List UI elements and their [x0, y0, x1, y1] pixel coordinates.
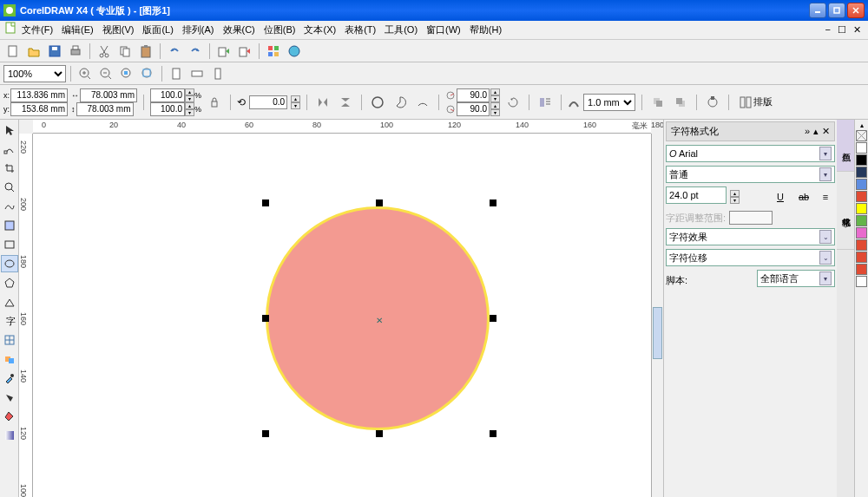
menu-table[interactable]: 表格(T): [341, 22, 379, 38]
strikethrough-icon[interactable]: ab: [793, 187, 812, 206]
arc-mode-button[interactable]: [413, 93, 432, 112]
menu-help[interactable]: 帮助(H): [466, 22, 505, 38]
zoom-selected-button[interactable]: [117, 64, 136, 83]
arc-direction-button[interactable]: [503, 93, 523, 112]
docker-menu-button[interactable]: ▴: [813, 126, 819, 137]
new-button[interactable]: [3, 42, 23, 61]
outline-width-combo[interactable]: 1.0 mm: [583, 94, 635, 111]
x-position-input[interactable]: [10, 88, 68, 102]
scale-y-up[interactable]: ▴: [185, 102, 194, 109]
open-button[interactable]: [24, 42, 43, 61]
width-input[interactable]: [80, 88, 137, 102]
mirror-v-button[interactable]: [336, 93, 355, 112]
font-size-combo[interactable]: 24.0 pt: [666, 186, 727, 204]
docker-close-button[interactable]: ✕: [822, 126, 830, 137]
rotation-up[interactable]: ▴: [291, 95, 300, 102]
basicshapes-tool[interactable]: [1, 293, 18, 311]
color-swatch[interactable]: [856, 179, 867, 190]
ellipse-mode-button[interactable]: [368, 93, 387, 112]
no-color-swatch[interactable]: [856, 130, 867, 141]
zoom-tool[interactable]: [1, 179, 18, 196]
zoom-page-button[interactable]: [167, 64, 186, 83]
color-swatch[interactable]: [856, 252, 867, 263]
undo-button[interactable]: [165, 42, 184, 61]
menu-file[interactable]: 文件(F): [18, 22, 56, 38]
wrap-text-button[interactable]: [536, 93, 555, 112]
underline-button[interactable]: U: [771, 187, 790, 206]
mdi-close[interactable]: ✕: [851, 24, 864, 36]
palette-up-button[interactable]: ▴: [860, 121, 864, 129]
color-swatch[interactable]: [856, 167, 867, 178]
y-position-input[interactable]: [10, 102, 68, 116]
arc-end-input[interactable]: [457, 102, 490, 116]
zoom-all-button[interactable]: [138, 64, 157, 83]
layout-button[interactable]: 排版: [735, 93, 777, 112]
zoom-out-button[interactable]: [96, 64, 115, 83]
pie-mode-button[interactable]: [391, 93, 410, 112]
freehand-tool[interactable]: [1, 198, 18, 215]
font-size-down[interactable]: ▾: [730, 197, 740, 204]
minimize-button[interactable]: [809, 3, 826, 18]
color-swatch[interactable]: [856, 276, 867, 287]
zoom-width-button[interactable]: [187, 64, 207, 83]
script-combo[interactable]: 全部语言▾: [757, 270, 835, 287]
font-size-up[interactable]: ▴: [730, 190, 740, 197]
menu-view[interactable]: 视图(V): [99, 22, 138, 38]
mdi-restore[interactable]: ☐: [835, 24, 849, 36]
copy-button[interactable]: [115, 42, 135, 61]
color-swatch[interactable]: [856, 191, 867, 202]
menu-bitmaps[interactable]: 位图(B): [260, 22, 299, 38]
to-front-button[interactable]: [648, 93, 667, 112]
interactive-fill-tool[interactable]: [1, 427, 18, 444]
mirror-h-button[interactable]: [313, 93, 332, 112]
eyedropper-tool[interactable]: [1, 369, 18, 387]
zoom-combo[interactable]: 100%: [3, 65, 66, 82]
vertical-ruler[interactable]: 220200180160140120100: [19, 134, 33, 497]
menu-arrange[interactable]: 排列(A): [179, 22, 218, 38]
color-swatch[interactable]: [856, 215, 867, 226]
rotation-down[interactable]: ▾: [291, 102, 300, 109]
export-button[interactable]: [235, 42, 254, 61]
pick-tool[interactable]: [1, 121, 18, 139]
selection-handle[interactable]: [490, 430, 496, 437]
height-input[interactable]: [76, 102, 134, 116]
selection-handle[interactable]: [262, 315, 269, 322]
ellipse-tool[interactable]: [1, 255, 18, 272]
outline-tool[interactable]: [1, 389, 18, 406]
zoom-height-button[interactable]: [208, 64, 227, 83]
vertical-scrollbar[interactable]: [651, 134, 663, 497]
zoom-in-button[interactable]: [76, 64, 95, 83]
color-swatch[interactable]: [856, 264, 867, 275]
corelonline-button[interactable]: [285, 42, 304, 61]
font-family-combo[interactable]: O Arial▾: [666, 145, 835, 162]
menu-effects[interactable]: 效果(C): [220, 22, 259, 38]
to-back-button[interactable]: [671, 93, 690, 112]
color-swatch[interactable]: [856, 154, 867, 166]
convert-curve-button[interactable]: [703, 93, 722, 112]
interactive-tool[interactable]: [1, 350, 18, 368]
polygon-tool[interactable]: [1, 274, 18, 291]
char-effects-expand[interactable]: 字符效果⌄: [666, 228, 835, 245]
rectangle-tool[interactable]: [1, 236, 18, 253]
char-shift-expand[interactable]: 字符位移⌄: [666, 249, 835, 266]
shape-tool[interactable]: [1, 141, 18, 158]
selection-handle[interactable]: [490, 199, 496, 206]
import-button[interactable]: [214, 42, 233, 61]
crop-tool[interactable]: [1, 160, 18, 177]
text-tool[interactable]: 字: [1, 312, 18, 330]
font-style-combo[interactable]: 普通▾: [666, 166, 835, 183]
horizontal-ruler[interactable]: 020406080100120140160180毫米: [33, 120, 651, 134]
color-swatch[interactable]: [856, 239, 867, 251]
selection-handle[interactable]: [376, 199, 383, 206]
docker-tab-charformat[interactable]: 字符格式化: [837, 172, 854, 250]
lock-ratio-button[interactable]: [205, 93, 224, 112]
cut-button[interactable]: [95, 42, 114, 61]
mdi-minimize[interactable]: −: [823, 24, 833, 36]
format-menu-button[interactable]: ≡: [816, 187, 835, 206]
scale-x-input[interactable]: [150, 88, 185, 102]
smartfill-tool[interactable]: [1, 217, 18, 234]
maximize-button[interactable]: [828, 3, 845, 18]
color-swatch[interactable]: [856, 203, 867, 214]
table-tool[interactable]: [1, 331, 18, 349]
fill-tool[interactable]: [1, 408, 18, 425]
